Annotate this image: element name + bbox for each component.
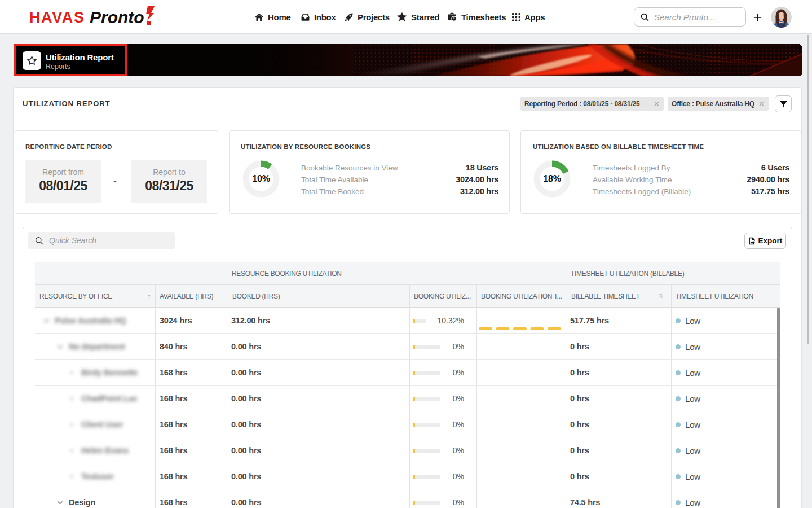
svg-text:HAVAS: HAVAS <box>29 9 85 26</box>
svg-text:Pronto: Pronto <box>90 8 144 27</box>
